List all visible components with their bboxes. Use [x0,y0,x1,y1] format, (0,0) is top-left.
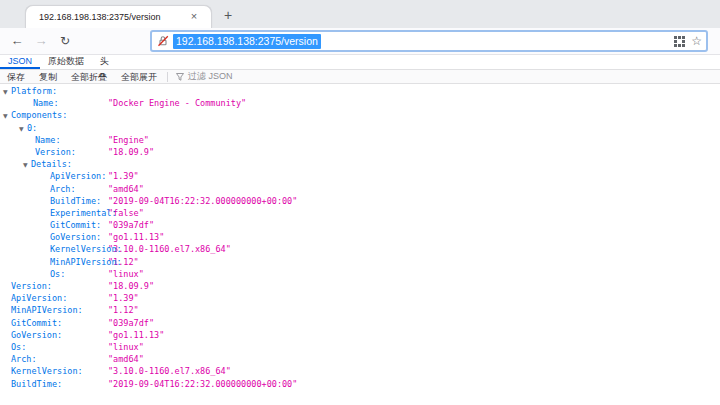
json-key: GitCommit: [11,317,62,329]
json-value: "2019-09-04T16:22:32.000000000+00:00" [108,378,297,390]
json-key-cell: GoVersion: [0,329,108,341]
json-key: Details: [31,158,72,170]
json-row: Version:"18.09.9" [0,146,720,158]
json-row: ApiVersion:"1.39" [0,170,720,182]
json-row: Version:"18.09.9" [0,280,720,292]
tab-title: 192.168.198.138:2375/version [39,12,187,22]
json-row[interactable]: ▼Components: [0,109,720,121]
json-key: 0: [27,122,37,134]
json-key: ApiVersion: [50,170,106,182]
json-key: Arch: [50,183,76,195]
json-row: Arch:"amd64" [0,353,720,365]
json-row: BuildTime:"2019-09-04T16:22:32.000000000… [0,378,720,390]
json-key-cell: Experimental: [0,207,108,219]
json-row: Os:"linux" [0,341,720,353]
json-row: Name:"Engine" [0,134,720,146]
tab-json[interactable]: JSON [0,55,40,69]
collapse-arrow-icon[interactable]: ▼ [3,112,8,119]
json-row: MinAPIVersion:"1.12" [0,304,720,316]
json-key-cell: ▼0: [0,122,108,134]
back-button[interactable]: ← [7,31,27,51]
json-row: ApiVersion:"1.39" [0,292,720,304]
json-key: KernelVersion: [50,243,122,255]
json-value: "Engine" [108,134,149,146]
tab-raw-data[interactable]: 原始数据 [40,55,92,69]
bookmark-star-icon[interactable]: ☆ [691,32,702,50]
json-key-cell: GitCommit: [0,317,108,329]
json-row[interactable]: ▼0: [0,122,720,134]
json-key-cell: MinAPIVersion: [0,304,108,316]
json-value: "039a7df" [108,317,154,329]
json-key-cell: ApiVersion: [0,170,108,182]
json-key: Name: [35,134,61,146]
json-key-cell: Version: [0,280,108,292]
json-row: MinAPIVersion:"1.12" [0,256,720,268]
json-key: GoVersion: [50,231,101,243]
json-key: MinAPIVersion: [50,256,122,268]
json-key: BuildTime: [11,378,62,390]
filter-json-input[interactable]: 过滤 JSON [171,70,238,83]
json-value: "amd64" [108,353,144,365]
json-key: Os: [11,341,26,353]
json-value: "1.39" [108,292,139,304]
json-key-cell: ▼Components: [0,109,108,121]
json-row: BuildTime:"2019-09-04T16:22:32.000000000… [0,195,720,207]
save-button[interactable]: 保存 [0,71,32,83]
tab-headers[interactable]: 头 [92,55,117,69]
json-key-cell: Arch: [0,353,108,365]
json-row: Arch:"amd64" [0,183,720,195]
filter-funnel-icon [176,73,184,81]
collapse-all-button[interactable]: 全部折叠 [64,71,114,83]
address-bar[interactable]: 192.168.198.138:2375/version ☆ [150,30,708,52]
json-row: KernelVersion:"3.10.0-1160.el7.x86_64" [0,365,720,377]
json-key: KernelVersion: [11,365,83,377]
copy-button[interactable]: 复制 [32,71,64,83]
json-key-cell: Name: [0,97,108,109]
collapse-arrow-icon[interactable]: ▼ [19,124,24,131]
json-tree[interactable]: ▼Platform:Name:"Docker Engine - Communit… [0,84,720,405]
toolbar-separator [167,72,168,82]
json-key: Os: [50,268,65,280]
navigation-toolbar: ← → ↻ 192.168.198.138:2375/version ☆ [0,28,720,55]
json-value: "039a7df" [108,219,154,231]
json-key: Version: [11,280,52,292]
reload-button[interactable]: ↻ [55,31,75,51]
json-key-cell: Version: [0,146,108,158]
url-input[interactable]: 192.168.198.138:2375/version [173,34,321,49]
json-key-cell: Os: [0,268,108,280]
json-row[interactable]: ▼Details: [0,158,720,170]
json-key-cell: BuildTime: [0,378,108,390]
json-value: "linux" [108,268,144,280]
json-value: "3.10.0-1160.el7.x86_64" [108,365,231,377]
json-key-cell: KernelVersion: [0,365,108,377]
json-viewer-toolbar: 保存 复制 全部折叠 全部展开 过滤 JSON [0,70,720,84]
collapse-arrow-icon[interactable]: ▼ [3,88,8,95]
insecure-lock-icon[interactable] [157,35,169,47]
json-key: Platform: [11,85,57,97]
json-key-cell: MinAPIVersion: [0,256,108,268]
expand-all-button[interactable]: 全部展开 [114,71,164,83]
json-row: GitCommit:"039a7df" [0,219,720,231]
browser-tab[interactable]: 192.168.198.138:2375/version × [25,5,212,28]
json-key: Experimental: [50,207,117,219]
json-key-cell: BuildTime: [0,195,108,207]
json-row: Os:"linux" [0,268,720,280]
page-action-grid-icon[interactable] [674,36,685,47]
json-key: GoVersion: [11,329,62,341]
json-value: "go1.11.13" [108,329,164,341]
collapse-arrow-icon[interactable]: ▼ [23,161,28,168]
json-value: "amd64" [108,183,144,195]
json-key-cell: KernelVersion: [0,243,108,255]
json-value: "1.39" [108,170,139,182]
close-tab-icon[interactable]: × [187,10,201,24]
json-key-cell: ▼Platform: [0,85,108,97]
new-tab-button[interactable]: + [219,7,237,25]
json-row: GoVersion:"go1.11.13" [0,231,720,243]
json-value: "Docker Engine - Community" [108,97,246,109]
json-row[interactable]: ▼Platform: [0,85,720,97]
json-key-cell: Name: [0,134,108,146]
json-value: "go1.11.13" [108,231,164,243]
json-row: GitCommit:"039a7df" [0,317,720,329]
json-row: Name:"Docker Engine - Community" [0,97,720,109]
json-key-cell: Arch: [0,183,108,195]
